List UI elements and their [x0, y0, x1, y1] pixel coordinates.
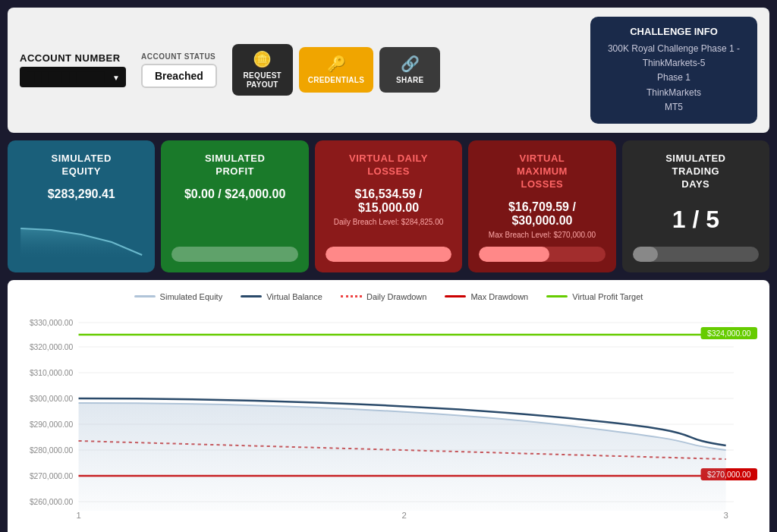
challenge-info-details: 300K Royal Challenge Phase 1 - ThinkMark… — [606, 42, 742, 115]
share-button[interactable]: 🔗 SHARE — [379, 47, 440, 93]
simulated-trading-days-value: 1 / 5 — [672, 206, 719, 234]
credentials-icon: 🔑 — [327, 55, 346, 73]
chart-legend: Simulated Equity Virtual Balance Daily D… — [20, 292, 757, 301]
simulated-profit-title: SIMULATEDPROFIT — [205, 153, 265, 178]
cards-section: SIMULATEDEQUITY $283,290.41 SIMULATEDPRO… — [8, 140, 769, 272]
svg-text:$260,000.00: $260,000.00 — [30, 498, 74, 506]
virtual-daily-losses-bar — [326, 247, 451, 262]
svg-text:$270,000.00: $270,000.00 — [30, 472, 74, 480]
svg-text:$280,000.00: $280,000.00 — [30, 446, 74, 455]
simulated-trading-days-card: SIMULATEDTRADINGDAYS 1 / 5 — [622, 140, 769, 272]
request-payout-label: REQUESTPAYOUT — [244, 71, 282, 90]
challenge-info-title: CHALLENGE INFO — [606, 26, 742, 37]
account-number-select[interactable]: ██████████████ — [20, 67, 126, 87]
legend-simulated-equity: Simulated Equity — [134, 292, 223, 301]
share-icon: 🔗 — [401, 55, 420, 73]
payout-icon: 🪙 — [253, 50, 272, 68]
virtual-daily-losses-value: $16,534.59 / $15,000.00 — [326, 187, 451, 215]
account-status-block: ACCOUNT STATUS Breached — [141, 52, 217, 88]
simulated-equity-value: $283,290.41 — [48, 187, 115, 201]
chart-wrapper: $330,000.00 $320,000.00 $310,000.00 $300… — [20, 313, 757, 526]
account-number-wrapper[interactable]: ██████████████ — [20, 67, 126, 87]
svg-text:3: 3 — [723, 511, 728, 520]
legend-virtual-balance: Virtual Balance — [241, 292, 322, 301]
svg-text:1: 1 — [76, 511, 80, 520]
virtual-max-losses-sublabel: Max Breach Level: $270,000.00 — [489, 231, 596, 239]
chart-svg: $330,000.00 $320,000.00 $310,000.00 $300… — [20, 313, 757, 526]
virtual-max-losses-title: VIRTUALMAXIMUMLOSSES — [517, 153, 568, 191]
svg-text:$330,000.00: $330,000.00 — [30, 319, 74, 327]
svg-text:$300,000.00: $300,000.00 — [30, 395, 74, 403]
virtual-max-losses-value: $16,709.59 / $30,000.00 — [479, 200, 605, 228]
svg-text:$310,000.00: $310,000.00 — [30, 369, 74, 377]
account-status-label: ACCOUNT STATUS — [141, 52, 217, 61]
simulated-trading-days-bar — [633, 247, 759, 262]
simulated-profit-value: $0.00 / $24,000.00 — [184, 187, 285, 201]
legend-daily-drawdown: Daily Drawdown — [341, 292, 426, 301]
credentials-label: CREDENTIALS — [308, 76, 364, 85]
virtual-max-losses-card: VIRTUALMAXIMUMLOSSES $16,709.59 / $30,00… — [468, 140, 615, 272]
virtual-daily-losses-title: VIRTUAL DAILYLOSSES — [349, 153, 428, 178]
action-buttons: 🪙 REQUESTPAYOUT 🔑 CREDENTIALS 🔗 SHARE — [232, 44, 440, 96]
virtual-daily-losses-card: VIRTUAL DAILYLOSSES $16,534.59 / $15,000… — [315, 140, 462, 272]
challenge-info-block: CHALLENGE INFO 300K Royal Challenge Phas… — [590, 17, 757, 124]
request-payout-button[interactable]: 🪙 REQUESTPAYOUT — [232, 44, 293, 96]
svg-text:2: 2 — [402, 511, 407, 520]
svg-text:$290,000.00: $290,000.00 — [30, 420, 74, 429]
simulated-equity-title: SIMULATEDEQUITY — [52, 153, 112, 178]
chart-section: Simulated Equity Virtual Balance Daily D… — [8, 280, 769, 532]
legend-max-drawdown: Max Drawdown — [445, 292, 528, 301]
account-status-badge: Breached — [141, 64, 217, 88]
svg-text:$324,000.00: $324,000.00 — [707, 329, 751, 338]
simulated-profit-card: SIMULATEDPROFIT $0.00 / $24,000.00 — [161, 140, 308, 272]
account-number-block: ACCOUNT NUMBER ██████████████ — [20, 52, 126, 87]
simulated-equity-card: SIMULATEDEQUITY $283,290.41 — [8, 140, 155, 272]
simulated-trading-days-title: SIMULATEDTRADINGDAYS — [665, 153, 725, 191]
simulated-profit-bar — [171, 247, 297, 262]
account-number-label: ACCOUNT NUMBER — [20, 52, 126, 64]
virtual-max-losses-bar — [479, 247, 605, 262]
top-section: ACCOUNT NUMBER ██████████████ ACCOUNT ST… — [8, 8, 769, 133]
equity-mini-chart — [18, 221, 144, 262]
legend-virtual-profit-target: Virtual Profit Target — [546, 292, 643, 301]
virtual-daily-losses-sublabel: Daily Breach Level: $284,825.00 — [334, 218, 444, 226]
share-label: SHARE — [396, 76, 424, 85]
credentials-button[interactable]: 🔑 CREDENTIALS — [299, 47, 373, 93]
svg-text:$320,000.00: $320,000.00 — [30, 343, 74, 351]
